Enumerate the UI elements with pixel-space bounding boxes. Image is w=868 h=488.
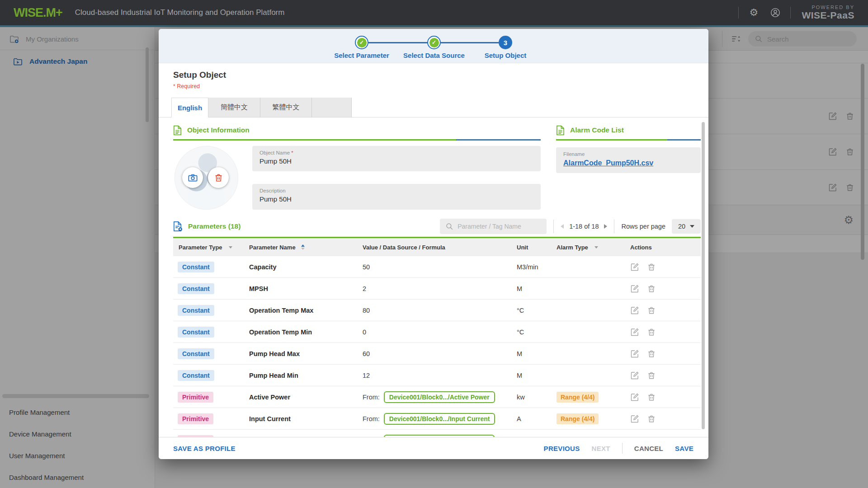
delete-photo-button[interactable] (208, 167, 229, 188)
next-page-icon[interactable] (604, 224, 607, 229)
table-row: Constant Capacity 50 M3/min (173, 256, 701, 278)
parameter-unit: kw (517, 394, 557, 401)
parameter-unit: M3/min (517, 263, 557, 271)
topbar-divider (790, 7, 791, 19)
setup-object-dialog: ✓ Select Parameter ✓ Select Data Source … (159, 29, 708, 459)
section-underline (556, 139, 701, 141)
rows-per-page-label: Rows per page (621, 223, 665, 230)
parameter-unit: °C (517, 307, 557, 314)
edit-icon[interactable] (630, 284, 639, 293)
parameter-name: Pump Head Min (249, 372, 363, 379)
alarm-type-chip[interactable]: Range (4/4) (557, 392, 599, 403)
next-button: NEXT (592, 445, 610, 452)
search-icon (445, 222, 453, 230)
parameter-unit: M (517, 372, 557, 379)
description-field[interactable]: Description Pump 50H (252, 184, 541, 210)
parameter-unit: °C (517, 328, 557, 336)
parameter-search[interactable] (440, 219, 547, 234)
object-name-value: Pump 50H (259, 157, 533, 165)
filter-icon[interactable] (594, 246, 598, 249)
section-title: Alarm Code List (570, 126, 624, 134)
edit-icon[interactable] (630, 263, 639, 272)
row-actions (630, 414, 701, 423)
edit-icon[interactable] (630, 393, 639, 402)
delete-icon[interactable] (647, 371, 656, 380)
delete-icon[interactable] (647, 263, 656, 272)
dialog-header: Setup Object * Required (159, 63, 708, 98)
parameter-value: 0 (363, 328, 517, 336)
tab-traditional-chinese[interactable]: 繁體中文 (260, 98, 312, 117)
parameter-value: 2 (363, 285, 517, 292)
filter-icon[interactable] (229, 246, 232, 249)
table-row: Constant MPSH 2 M (173, 278, 701, 300)
upload-photo-button[interactable] (182, 167, 203, 188)
alarm-code-list-section: Alarm Code List Filename AlarmCode_Pump5… (556, 124, 701, 210)
dialog-content: Object Information (159, 117, 708, 437)
description-value: Pump 50H (259, 195, 533, 203)
parameter-unit: M (517, 285, 557, 292)
delete-icon[interactable] (647, 393, 656, 402)
row-actions (630, 328, 701, 337)
account-icon[interactable] (769, 6, 782, 19)
from-label: From: (363, 415, 380, 422)
parameter-unit: M (517, 350, 557, 357)
dialog-scrollbar[interactable] (702, 122, 705, 429)
alarm-code-file-link[interactable]: AlarmCode_Pump50H.csv (563, 159, 653, 167)
previous-button[interactable]: PREVIOUS (544, 445, 580, 452)
sort-icon[interactable] (301, 244, 305, 250)
parameter-unit: A (517, 415, 557, 422)
previous-page-icon[interactable] (561, 224, 564, 229)
edit-icon[interactable] (630, 414, 639, 423)
delete-icon[interactable] (647, 414, 656, 423)
object-name-field[interactable]: Object Name * Pump 50H (252, 146, 541, 171)
cancel-button[interactable]: CANCEL (634, 445, 663, 452)
data-source-chip[interactable]: Device001/Block0.../Input Current (384, 413, 495, 425)
tab-filler (312, 98, 352, 117)
parameter-search-input[interactable] (458, 223, 539, 230)
tab-simplified-chinese[interactable]: 簡體中文 (208, 98, 260, 117)
parameter-value: 80 (363, 307, 517, 314)
delete-icon[interactable] (647, 306, 656, 315)
edit-icon[interactable] (630, 328, 639, 337)
parameter-name: Input Current (249, 415, 363, 422)
col-actions: Actions (630, 244, 652, 251)
row-actions (630, 263, 701, 272)
delete-icon[interactable] (647, 349, 656, 358)
save-as-profile-button[interactable]: SAVE AS PROFILE (173, 445, 236, 452)
row-actions (630, 306, 701, 315)
check-icon: ✓ (429, 38, 439, 47)
parameters-toolbar: Parameters (18) 1-18 of 18 (173, 218, 701, 235)
tab-english[interactable]: English (171, 98, 208, 117)
filename-label: Filename (563, 151, 693, 157)
dialog-title: Setup Object (173, 70, 694, 80)
required-note: * Required (173, 83, 694, 89)
edit-icon[interactable] (630, 306, 639, 315)
step-setup-object[interactable]: 3 Setup Object (467, 36, 544, 59)
parameter-type-badge: Primitive (178, 413, 213, 424)
edit-icon[interactable] (630, 371, 639, 380)
object-image (175, 146, 240, 210)
delete-icon[interactable] (647, 328, 656, 337)
chevron-down-icon (690, 225, 694, 228)
parameter-value: 12 (363, 372, 517, 379)
filename-field: Filename AlarmCode_Pump50H.csv (556, 147, 701, 173)
document-icon (173, 125, 182, 136)
trash-icon (214, 173, 223, 183)
topbar-divider (738, 7, 739, 19)
save-button[interactable]: SAVE (675, 445, 693, 452)
table-row: Primitive Input Current From: Device001/… (173, 408, 701, 430)
data-source-chip[interactable]: Device001/Block0.../Input Voltage (384, 435, 495, 437)
table-row: Constant Operation Temp Min 0 °C (173, 321, 701, 343)
settings-gear-icon[interactable]: ⚙ (747, 6, 760, 19)
alarm-type-chip[interactable]: Range (4/4) (557, 413, 599, 424)
edit-icon[interactable] (630, 349, 639, 358)
row-actions (630, 371, 701, 380)
divider (614, 220, 614, 233)
rows-per-page-select[interactable]: 20 (672, 219, 701, 234)
data-source-chip[interactable]: Device001/Block0.../Active Power (384, 391, 495, 403)
step-select-parameter[interactable]: ✓ Select Parameter (323, 36, 400, 59)
parameter-name: Pump Head Max (249, 350, 363, 357)
parameter-name: Active Power (249, 394, 363, 401)
delete-icon[interactable] (647, 284, 656, 293)
step-select-data-source[interactable]: ✓ Select Data Source (396, 36, 472, 59)
